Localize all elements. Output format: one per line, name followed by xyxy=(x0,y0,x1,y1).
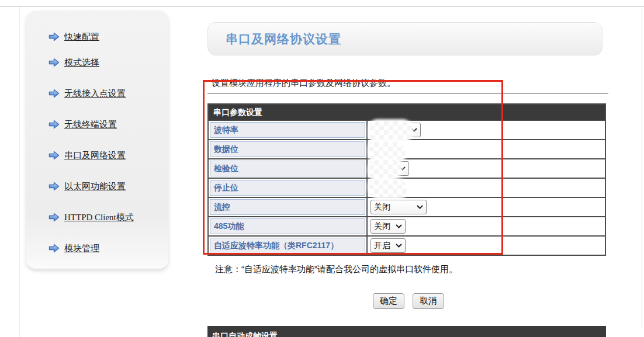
arrow-right-icon xyxy=(49,244,60,253)
chevron-down-icon xyxy=(417,205,423,209)
adaptive-baud-select[interactable]: 开启 xyxy=(371,238,406,253)
row-label: 数据位 xyxy=(210,141,365,157)
row-label-cell: 停止位 xyxy=(209,179,368,197)
sidebar-item-label: 模式选择 xyxy=(64,57,99,68)
arrow-right-icon xyxy=(49,182,60,191)
sidebar-item-serial-network[interactable]: 串口及网络设置 xyxy=(49,149,168,162)
row-value-cell xyxy=(368,140,605,158)
sidebar-item-label: 以太网功能设置 xyxy=(64,181,126,192)
note-text: 注意：“自适应波特率功能”请配合我公司的虚拟串口软件使用。 xyxy=(215,264,458,275)
arrow-right-icon xyxy=(49,120,60,129)
chevron-down-icon xyxy=(396,244,402,248)
row-value-cell xyxy=(368,121,605,139)
table-row-flow-control: 流控 关闭 xyxy=(209,197,605,216)
arrow-right-icon xyxy=(49,32,60,41)
sidebar-item-label: 串口及网络设置 xyxy=(64,150,126,161)
arrow-right-icon xyxy=(49,151,60,160)
table-section-header: 串口参数设置 xyxy=(209,105,605,120)
arrow-right-icon xyxy=(49,213,60,222)
chevron-down-icon xyxy=(396,224,402,228)
arrow-right-icon xyxy=(49,58,60,67)
censor-blob xyxy=(369,160,401,179)
top-divider xyxy=(0,6,644,7)
row-value-cell xyxy=(368,179,605,197)
right-frame-line xyxy=(642,7,642,327)
sidebar-item-module-admin[interactable]: 模块管理 xyxy=(49,242,168,255)
page-description: 设置模块应用程序的串口参数及网络协议参数。 xyxy=(212,78,396,89)
row-label-cell: 自适应波特率功能（类RFC2117） xyxy=(209,237,368,255)
row-label: 波特率 xyxy=(210,122,365,138)
table-row-data-bits: 数据位 xyxy=(209,139,605,158)
adaptive-baud-value: 开启 xyxy=(374,241,390,251)
table-row-485-function: 485功能 关闭 xyxy=(209,216,605,235)
row-label-cell: 检验位 xyxy=(209,159,368,178)
sidebar-item-ethernet[interactable]: 以太网功能设置 xyxy=(49,180,168,193)
censor-blob xyxy=(369,142,406,161)
sidebar-item-wireless-sta[interactable]: 无线终端设置 xyxy=(49,118,168,131)
sidebar-item-label: 快速配置 xyxy=(64,32,99,43)
flow-control-select[interactable]: 关闭 xyxy=(371,200,427,214)
table-row-parity: 检验位 xyxy=(209,158,605,178)
page-title-box: 串口及网络协议设置 xyxy=(207,22,603,55)
sidebar: 快速配置 模式选择 无线接入点设置 无线终端设置 串口及网络设置 以太网功能设置… xyxy=(26,11,168,269)
button-row: 确定 取消 xyxy=(373,293,444,309)
row-label-cell: 波特率 xyxy=(209,121,368,139)
row-label-cell: 485功能 xyxy=(209,217,368,235)
sidebar-item-label: 无线接入点设置 xyxy=(64,88,126,99)
censor-blob xyxy=(370,121,412,141)
sidebar-item-mode-select[interactable]: 模式选择 xyxy=(49,56,168,69)
page-title: 串口及网络协议设置 xyxy=(226,31,341,47)
table-row-stop-bits: 停止位 xyxy=(209,178,605,197)
sidebar-item-label: 模块管理 xyxy=(64,243,99,254)
row-label: 检验位 xyxy=(210,161,365,176)
row-value-cell: 关闭 xyxy=(368,198,605,216)
table-row-baud-rate: 波特率 xyxy=(209,120,605,139)
row-label-cell: 流控 xyxy=(209,198,368,216)
censor-blob xyxy=(369,180,407,197)
sidebar-item-label: 无线终端设置 xyxy=(64,119,117,130)
cancel-button[interactable]: 取消 xyxy=(413,293,444,309)
sidebar-item-wireless-ap[interactable]: 无线接入点设置 xyxy=(49,87,168,100)
next-section-header: 串口自动成帧设置 xyxy=(207,326,606,337)
rs485-function-value: 关闭 xyxy=(374,221,390,232)
row-value-cell xyxy=(368,159,605,178)
left-frame-line xyxy=(19,7,20,337)
arrow-right-icon xyxy=(49,89,60,98)
row-value-cell: 开启 xyxy=(368,237,605,255)
row-label: 流控 xyxy=(210,199,365,215)
sidebar-item-httpd-client[interactable]: HTTPD Client模式 xyxy=(49,211,168,224)
row-value-cell: 关闭 xyxy=(368,217,605,235)
confirm-button[interactable]: 确定 xyxy=(373,293,404,309)
divider xyxy=(207,93,608,94)
table-row-adaptive-baud: 自适应波特率功能（类RFC2117） 开启 xyxy=(209,235,605,255)
flow-control-value: 关闭 xyxy=(374,202,390,213)
rs485-function-select[interactable]: 关闭 xyxy=(371,219,406,234)
row-label: 485功能 xyxy=(210,218,365,234)
row-label-cell: 数据位 xyxy=(209,140,368,158)
row-label: 停止位 xyxy=(210,180,365,196)
row-label: 自适应波特率功能（类RFC2117） xyxy=(210,238,365,253)
serial-params-table: 串口参数设置 波特率 数据位 检验位 xyxy=(207,103,606,256)
sidebar-item-label: HTTPD Client模式 xyxy=(64,212,134,223)
sidebar-item-quick-config[interactable]: 快速配置 xyxy=(49,30,168,43)
page-root: 快速配置 模式选择 无线接入点设置 无线终端设置 串口及网络设置 以太网功能设置… xyxy=(0,0,644,337)
